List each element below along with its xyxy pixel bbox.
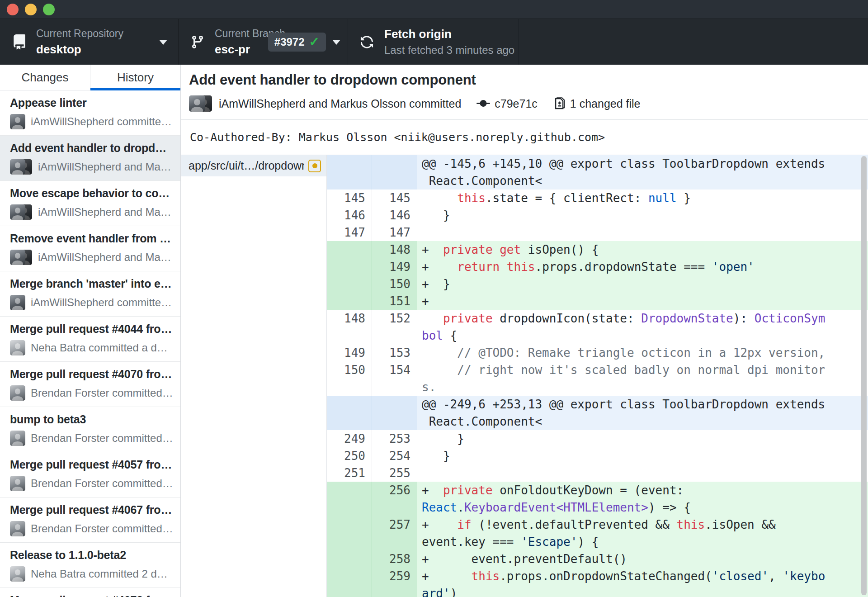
diff-old-line-number — [327, 396, 372, 430]
commit-meta: iAmWillShepherd and Markus Olsson… — [38, 161, 173, 173]
modified-file-icon — [308, 160, 321, 172]
commit-list-item[interactable]: Merge branch 'master' into esc-priAmWill… — [0, 271, 180, 317]
diff-new-line-number: 257 — [372, 516, 417, 550]
file-diff-icon — [553, 97, 566, 110]
diff-context-row: 250254 } — [327, 447, 868, 464]
commit-header: Add event handler to dropdown component … — [181, 65, 868, 120]
commit-list-item[interactable]: bump to beta3Brendan Forster committed 2… — [0, 407, 180, 452]
commit-authors: iAmWillShepherd and Markus Olsson commit… — [219, 97, 461, 110]
diff-new-line-number — [372, 155, 417, 190]
diff-new-line-number — [372, 396, 417, 430]
commit-list-item[interactable]: Release to 1.1.0-beta2Neha Batra committ… — [0, 543, 180, 588]
diff-added-row: 258+ event.preventDefault() — [327, 550, 868, 568]
diff-line-content: } — [417, 430, 868, 447]
diff-context-row: 145145 this.state = { clientRect: null } — [327, 190, 868, 207]
tab-changes[interactable]: Changes — [0, 65, 90, 90]
diff-new-line-number: 145 — [372, 190, 417, 207]
diff-old-line-number — [327, 568, 372, 597]
window-controls — [7, 4, 55, 15]
avatar — [10, 295, 25, 310]
diff-new-line-number: 151 — [372, 293, 417, 310]
diff-old-line-number: 150 — [327, 361, 372, 396]
repository-name: desktop — [36, 43, 123, 57]
diff-context-row: 149153 // @TODO: Remake triangle octicon… — [327, 344, 868, 361]
diff-context-row: 150154 // right now it's scaled badly on… — [327, 361, 868, 396]
diff-line-content: this.state = { clientRect: null } — [417, 190, 868, 207]
commit-meta: iAmWillShepherd and Markus Olsson… — [38, 206, 173, 218]
diff-hunk-row: @@ -145,6 +145,10 @@ export class Toolba… — [327, 155, 868, 190]
diff-line-content: @@ -249,6 +253,13 @@ export class Toolba… — [417, 396, 868, 430]
commit-list-item[interactable]: Add event handler to dropdown com…iAmWil… — [0, 136, 180, 181]
commit-sha[interactable]: c79e71c — [495, 97, 538, 110]
commit-title: bump to beta3 — [10, 413, 173, 426]
commit-list-item[interactable]: Appease linteriAmWillShepherd committed … — [0, 90, 180, 136]
diff-line-content: } — [417, 447, 868, 464]
git-commit-icon — [476, 97, 490, 110]
fetch-origin-button[interactable]: Fetch origin Last fetched 3 minutes ago — [348, 19, 519, 65]
avatar — [10, 340, 25, 355]
diff-new-line-number: 255 — [372, 464, 417, 482]
repository-selector[interactable]: Current Repository desktop — [0, 19, 179, 65]
diff-old-line-number — [327, 258, 372, 275]
commit-title: Remove event handler from the bran… — [10, 232, 173, 245]
avatar — [10, 250, 33, 265]
commit-meta: iAmWillShepherd and Markus Olsson… — [38, 251, 173, 264]
commit-list-item[interactable]: Merge pull request #4044 from des…Neha B… — [0, 317, 180, 362]
repository-label: Current Repository — [36, 28, 123, 40]
avatar — [10, 431, 25, 446]
commit-meta: Brendan Forster committed 2 days ago — [31, 432, 173, 445]
commit-summary-title: Add event handler to dropdown component — [189, 72, 868, 88]
diff-old-line-number — [327, 550, 372, 568]
commit-list-item[interactable]: Merge pull request #4072 from des… — [0, 588, 180, 597]
commit-list-item[interactable]: Merge pull request #4070 from desk…Brend… — [0, 362, 180, 407]
git-branch-icon — [190, 34, 206, 50]
tab-history[interactable]: History — [90, 65, 180, 90]
fetch-title: Fetch origin — [384, 27, 514, 41]
chevron-down-icon — [159, 40, 167, 45]
diff-new-line-number: 153 — [372, 344, 417, 361]
diff-new-line-number: 150 — [372, 275, 417, 293]
commit-title: Merge branch 'master' into esc-pr — [10, 277, 173, 290]
commit-title: Move escape behavior to correct co… — [10, 187, 173, 200]
diff-old-line-number — [327, 293, 372, 310]
commit-title: Release to 1.1.0-beta2 — [10, 549, 173, 562]
changed-file-list: app/src/ui/t…/dropdown.tsx — [181, 155, 327, 597]
minimize-window-button[interactable] — [25, 4, 37, 15]
diff-line-content: + private get isOpen() { — [417, 241, 868, 258]
file-list-item[interactable]: app/src/ui/t…/dropdown.tsx — [181, 155, 326, 176]
pr-number: #3972 — [274, 36, 305, 48]
diff-new-line-number: 149 — [372, 258, 417, 275]
pr-status-badge[interactable]: #3972 ✓ — [268, 33, 326, 52]
diff-old-line-number — [327, 155, 372, 190]
commit-list-item[interactable]: Merge pull request #4057 from desk…Brend… — [0, 452, 180, 498]
diff-line-content: } — [417, 207, 868, 224]
diff-new-line-number: 254 — [372, 447, 417, 464]
diff-scrollbar-thumb[interactable] — [861, 156, 867, 595]
diff-new-line-number: 154 — [372, 361, 417, 396]
commit-author-avatars — [189, 95, 213, 112]
commit-meta: Brendan Forster committed 2 days ago — [31, 522, 173, 535]
toolbar: Current Repository desktop Current Branc… — [0, 19, 868, 65]
commit-detail-pane: Add event handler to dropdown component … — [181, 65, 868, 597]
branch-selector[interactable]: Current Branch esc-pr #3972 ✓ — [179, 19, 348, 65]
commit-title: Merge pull request #4057 from desk… — [10, 458, 173, 471]
close-window-button[interactable] — [7, 4, 19, 15]
history-sidebar: Changes History Appease linteriAmWillShe… — [0, 65, 181, 597]
diff-context-row: 147147 — [327, 224, 868, 241]
avatar — [10, 385, 25, 401]
diff-line-content: + event.preventDefault() — [417, 550, 868, 568]
commit-title: Merge pull request #4070 from desk… — [10, 368, 173, 381]
diff-old-line-number: 148 — [327, 310, 372, 344]
diff-added-row: 151+ — [327, 293, 868, 310]
commit-list-item[interactable]: Merge pull request #4067 from desk…Brend… — [0, 498, 180, 543]
diff-old-line-number: 250 — [327, 447, 372, 464]
diff-hunk-row: @@ -249,6 +253,13 @@ export class Toolba… — [327, 396, 868, 430]
sync-icon — [360, 34, 375, 50]
diff-added-row: 256+ private onFoldoutKeyDown = (event: … — [327, 482, 868, 516]
diff-line-content: @@ -145,6 +145,10 @@ export class Toolba… — [417, 155, 868, 190]
zoom-window-button[interactable] — [43, 4, 55, 15]
diff-line-content: + if (!event.defaultPrevented && this.is… — [417, 516, 868, 550]
commit-list-item[interactable]: Move escape behavior to correct co…iAmWi… — [0, 181, 180, 226]
sidebar-tabs: Changes History — [0, 65, 180, 90]
commit-list-item[interactable]: Remove event handler from the bran…iAmWi… — [0, 226, 180, 271]
